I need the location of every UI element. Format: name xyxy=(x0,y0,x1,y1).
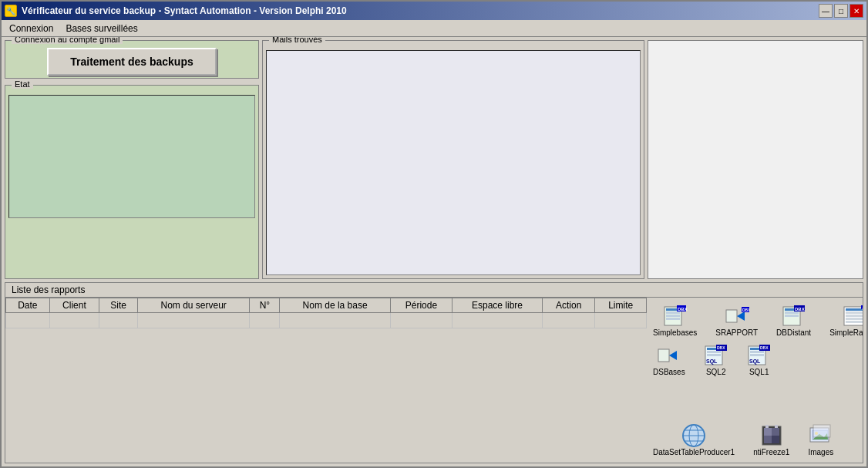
simplebases-icon: DBX xyxy=(663,304,688,328)
window-title: Vérificateur du service backup - Syntact… xyxy=(22,5,347,16)
col-espace: Espace libre xyxy=(453,298,543,313)
svg-rect-57 xyxy=(813,425,830,437)
ntifreeze-label: ntiFreeze1 xyxy=(753,448,789,456)
images-label: Images xyxy=(808,448,833,456)
menu-connexion[interactable]: Connexion xyxy=(3,22,59,35)
svg-rect-47 xyxy=(764,428,772,436)
col-nom-serveur: Nom du serveur xyxy=(137,298,249,313)
icon-sql1[interactable]: DBX SQL SQL1 xyxy=(747,343,772,376)
svg-rect-50 xyxy=(772,436,779,443)
sql2-label: SQL2 xyxy=(706,368,726,376)
preview-panel xyxy=(648,40,863,279)
svg-rect-25 xyxy=(658,349,669,362)
icon-simplebases[interactable]: DBX Simplebases xyxy=(653,304,697,337)
svg-rect-29 xyxy=(707,351,721,353)
svg-marker-8 xyxy=(737,311,745,321)
icons-row-2: DSBases DBX xyxy=(653,343,856,376)
table-header-row: Date Client Site Nom du serveur N° Nom d… xyxy=(6,298,647,313)
svg-text:DBX: DBX xyxy=(795,307,805,311)
simplerapport-label: SimpleRapport xyxy=(829,328,863,337)
svg-rect-52 xyxy=(775,425,778,428)
col-action: Action xyxy=(542,298,594,313)
icon-dbdistant[interactable]: DBX DBDistant xyxy=(776,304,811,337)
col-site: Site xyxy=(99,298,138,313)
top-section: Connexion au compte gmail Traitement des… xyxy=(5,40,863,279)
main-window: 🔧 Vérificateur du service backup - Synta… xyxy=(0,0,868,468)
sql1-label: SQL1 xyxy=(749,368,769,376)
dsbases-icon xyxy=(657,343,681,368)
svg-rect-7 xyxy=(726,310,737,322)
maximize-button[interactable]: □ xyxy=(834,4,848,18)
icon-ntifreeze[interactable]: ntiFreeze1 xyxy=(753,423,789,456)
connexion-group-title: Connexion au compte gmail xyxy=(12,37,123,44)
svg-rect-48 xyxy=(772,428,779,436)
simplebases-label: Simplebases xyxy=(653,328,697,337)
srapport-label: SRAPPORT xyxy=(715,328,758,337)
etat-group-title: Etat xyxy=(12,79,33,89)
etat-group: Etat xyxy=(5,85,259,279)
svg-text:DBX: DBX xyxy=(760,345,769,350)
icon-images[interactable]: Images xyxy=(808,423,833,456)
traitement-button[interactable]: Traitement des backups xyxy=(47,48,217,76)
icon-simplerapport[interactable]: ≡ SimpleRapport xyxy=(829,304,863,337)
images-icon xyxy=(809,423,833,448)
svg-rect-18 xyxy=(846,308,863,311)
svg-text:DBX: DBX xyxy=(678,307,688,311)
svg-marker-26 xyxy=(669,351,677,360)
col-periode: Période xyxy=(390,298,452,313)
menu-bases-surveillees[interactable]: Bases surveillées xyxy=(59,22,143,35)
svg-rect-20 xyxy=(846,315,863,317)
bottom-section-title: Liste des rapports xyxy=(5,283,863,298)
srapport-icon: DBX xyxy=(725,304,749,328)
svg-text:DBX: DBX xyxy=(717,345,725,350)
icons-spacer xyxy=(653,382,856,417)
svg-rect-30 xyxy=(707,354,721,356)
svg-rect-19 xyxy=(846,311,863,314)
svg-rect-36 xyxy=(750,351,764,353)
sql2-icon: DBX SQL xyxy=(704,343,728,368)
col-num: N° xyxy=(250,298,280,313)
connexion-group: Connexion au compte gmail Traitement des… xyxy=(5,40,259,79)
mails-group-title: Mails trouvés xyxy=(269,37,325,44)
datasettableproducer-label: DataSetTableProducer1 xyxy=(653,448,735,456)
menu-bar: Connexion Bases surveillées xyxy=(2,20,866,37)
reports-table: Date Client Site Nom du serveur N° Nom d… xyxy=(5,298,647,328)
middle-panel: Mails trouvés xyxy=(262,40,644,279)
svg-rect-22 xyxy=(846,321,863,323)
table-plus-icons: Date Client Site Nom du serveur N° Nom d… xyxy=(5,298,863,463)
svg-text:SQL: SQL xyxy=(706,359,718,365)
bottom-section: Liste des rapports Date Client Site Nom … xyxy=(5,282,863,463)
content-area: Connexion au compte gmail Traitement des… xyxy=(2,37,866,466)
title-bar-left: 🔧 Vérificateur du service backup - Synta… xyxy=(5,5,347,17)
icon-dsbases[interactable]: DSBases xyxy=(653,343,685,376)
svg-rect-51 xyxy=(765,425,769,428)
svg-rect-21 xyxy=(846,318,863,320)
svg-text:≡: ≡ xyxy=(862,306,863,311)
icon-srapport[interactable]: DBX SRAPPORT xyxy=(715,304,758,337)
svg-rect-49 xyxy=(764,436,772,443)
left-panel: Connexion au compte gmail Traitement des… xyxy=(5,40,259,279)
mails-group: Mails trouvés xyxy=(262,40,644,279)
svg-rect-13 xyxy=(785,311,799,314)
col-limite: Limite xyxy=(595,298,647,313)
table-row xyxy=(6,313,647,328)
svg-rect-37 xyxy=(750,354,764,356)
svg-rect-4 xyxy=(666,318,680,320)
close-button[interactable]: ✕ xyxy=(849,4,863,18)
svg-rect-2 xyxy=(666,311,680,314)
dbdistant-icon: DBX xyxy=(782,304,806,328)
col-date: Date xyxy=(6,298,50,313)
icons-row-1: DBX Simplebases xyxy=(653,304,856,337)
svg-text:DBX: DBX xyxy=(742,308,749,312)
etat-content xyxy=(8,95,255,218)
table-area: Date Client Site Nom du serveur N° Nom d… xyxy=(5,298,647,463)
minimize-button[interactable]: — xyxy=(819,4,833,18)
simplerapport-icon: ≡ xyxy=(843,304,863,328)
icons-row-3: DataSetTableProducer1 xyxy=(653,423,856,456)
col-nom-base: Nom de la base xyxy=(280,298,390,313)
svg-rect-14 xyxy=(785,315,799,317)
dsbases-label: DSBases xyxy=(653,368,685,376)
icon-datasettableproducer[interactable]: DataSetTableProducer1 xyxy=(653,423,735,456)
right-panel xyxy=(648,40,863,279)
icon-sql2[interactable]: DBX SQL SQL2 xyxy=(704,343,728,376)
